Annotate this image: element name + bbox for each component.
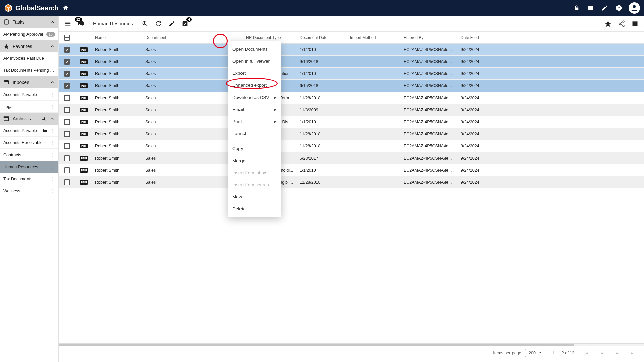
sidebar-item-legal[interactable]: Legal⋮ [0,101,58,113]
pdf-icon[interactable]: PDF [80,71,88,76]
sidebar-section-tasks[interactable]: Tasks [0,16,58,28]
selection-actions-icon[interactable]: 4 [181,19,190,28]
table-row[interactable]: PDFRobert SmithSalesChange of Status For… [59,92,644,104]
compose-icon[interactable] [601,4,608,12]
table-row[interactable]: PDFRobert SmithSalesW-4 - Federal Withho… [59,164,644,176]
zoom-fit-icon[interactable] [141,19,149,28]
row-checkbox[interactable] [64,131,70,137]
layout-toggle-icon[interactable] [631,19,639,28]
table-row[interactable]: PDFRobert SmithSalesTimecard9/16/2018EC2… [59,56,644,68]
menu-item-export[interactable]: Export [228,67,281,79]
table-row[interactable]: PDFRobert SmithSalesI9 - Employment Elig… [59,176,644,188]
page-first-icon[interactable]: |◂ [583,350,590,356]
menu-item-merge[interactable]: Merge [228,155,281,167]
avatar-icon[interactable] [629,2,640,14]
table-row[interactable]: PDFRobert SmithSalesExit Interview11/28/… [59,140,644,152]
pdf-icon[interactable]: PDF [80,144,88,148]
edit-icon[interactable] [167,19,176,28]
col-doc-date[interactable]: Document Date [297,35,347,40]
help-icon[interactable]: ? [615,4,623,12]
sidebar-item-ap-pending-approval[interactable]: AP Pending Approval16 [0,28,58,40]
sidebar-section-archives[interactable]: Archives [0,113,58,125]
row-checkbox[interactable] [64,71,70,77]
pdf-icon[interactable]: PDF [80,180,88,185]
sidebar-item-contracts[interactable]: Contracts⋮ [0,149,58,161]
row-checkbox[interactable] [64,83,70,89]
menu-item-email[interactable]: Email▶ [228,103,281,115]
table-row[interactable]: PDFRobert SmithSalesHealthcare Registrat… [59,68,644,80]
row-checkbox[interactable] [64,59,70,65]
items-per-page-select[interactable]: 200 [525,349,543,357]
pdf-icon[interactable]: PDF [80,132,88,136]
sidebar-item-accounts-payable[interactable]: Accounts Payable⋮ [0,125,58,137]
more-icon[interactable]: ⋮ [49,188,55,193]
horizontal-scrollbar[interactable] [59,344,644,346]
pdf-icon[interactable]: PDF [80,168,88,173]
sidebar-item-accounts-receivable[interactable]: Accounts Receivable⋮ [0,137,58,149]
col-department[interactable]: Department [143,35,243,40]
more-icon[interactable]: ⋮ [49,152,55,157]
sidebar-item-accounts-payable[interactable]: Accounts Payable⋮ [0,88,58,101]
row-checkbox[interactable] [64,47,70,53]
more-icon[interactable]: ⋮ [49,140,55,145]
menu-item-delete[interactable]: Delete [228,203,281,215]
col-import-method[interactable]: Import Method [347,35,401,40]
menu-item-download-as-csv[interactable]: Download as CSV▶ [228,91,281,103]
header-checkbox[interactable] [59,35,75,41]
menu-item-enhanced-export[interactable]: Enhanced export [228,79,281,91]
star-icon[interactable] [604,19,612,28]
menu-item-open-in-full-viewer[interactable]: Open in full viewer [228,55,281,67]
table-row[interactable]: PDFRobert SmithSalesApplication11/8/2009… [59,104,644,116]
pdf-icon[interactable]: PDF [80,59,88,64]
pdf-icon[interactable]: PDF [80,108,88,112]
row-checkbox[interactable] [64,179,70,185]
more-icon[interactable]: ⋮ [49,104,55,109]
refresh-icon[interactable] [154,19,163,28]
row-checkbox[interactable] [64,119,70,125]
table-row[interactable]: PDFRobert SmithSalesConfidentiality/Non … [59,116,644,128]
menu-item-print[interactable]: Print▶ [228,115,281,127]
row-checkbox[interactable] [64,143,70,149]
sidebar-item-tax-documents[interactable]: Tax Documents⋮ [0,173,58,185]
col-name[interactable]: Name [92,35,143,40]
table-row[interactable]: PDFRobert SmithSalesReference Release11/… [59,128,644,140]
pdf-icon[interactable]: PDF [80,83,88,88]
pdf-icon[interactable]: PDF [80,120,88,124]
sidebar-item-human-resources[interactable]: Human Resources⋮ [0,161,58,173]
menu-item-launch[interactable]: Launch [228,127,281,139]
home-icon[interactable] [62,4,69,12]
page-next-icon[interactable]: ▸ [614,350,621,356]
table-row[interactable]: PDFRobert SmithSalesDisciplinary Action5… [59,152,644,164]
more-icon[interactable]: ⋮ [49,164,55,169]
row-checkbox[interactable] [64,167,70,173]
sidebar-item-ap-invoices-past-due[interactable]: AP Invoices Past Due [0,52,58,64]
sidebar-item-tax-documents-pending-inde[interactable]: Tax Documents Pending Inde... [0,64,58,76]
col-entered-by[interactable]: Entered By [401,35,458,40]
sidebar-section-inboxes[interactable]: Inboxes [0,76,58,88]
table-row[interactable]: PDFRobert SmithSalesEmployee Review6/15/… [59,80,644,92]
menu-item-copy[interactable]: Copy [228,142,281,155]
menu-item-open-documents[interactable]: Open Documents [228,43,281,55]
sidebar-section-favorites[interactable]: Favorites [0,40,58,52]
share-icon[interactable] [617,19,626,28]
col-doc-type[interactable]: HR Document Type [243,35,297,40]
lock-icon[interactable] [573,4,580,12]
search-icon[interactable] [41,116,46,121]
row-checkbox[interactable] [64,155,70,161]
more-icon[interactable]: ⋮ [49,176,55,181]
page-last-icon[interactable]: ▸| [629,350,636,356]
pdf-icon[interactable]: PDF [80,96,88,100]
row-checkbox[interactable] [64,107,70,113]
menu-icon[interactable] [63,19,72,28]
drive-icon[interactable] [587,4,594,12]
table-row[interactable]: PDFRobert SmithSalesDirect Deposit1/1/20… [59,44,644,56]
page-prev-icon[interactable]: ◂ [598,350,605,356]
sidebar-item-wellness[interactable]: Wellness⋮ [0,185,58,197]
chat-icon[interactable]: 12 [77,19,86,28]
more-icon[interactable]: ⋮ [49,128,55,133]
pdf-icon[interactable]: PDF [80,47,88,52]
more-icon[interactable]: ⋮ [49,92,55,97]
pdf-icon[interactable]: PDF [80,156,88,161]
col-date-filed[interactable]: Date Filed [458,35,495,40]
menu-item-move[interactable]: Move [228,191,281,203]
